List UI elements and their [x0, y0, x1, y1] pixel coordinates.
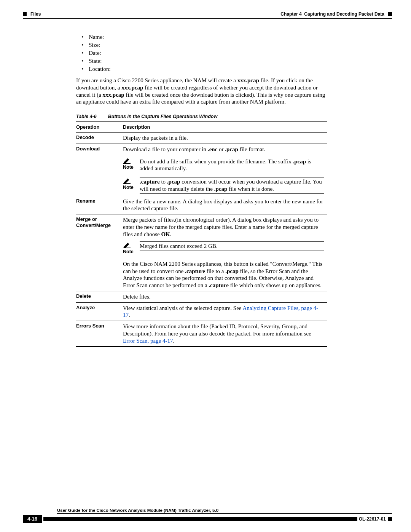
table-row: Rename Give the file a new name. A dialo… — [76, 196, 327, 214]
page-number-badge: 4-16 — [23, 515, 42, 523]
header-rule — [23, 18, 392, 19]
running-header: Files Chapter 4 Capturing and Decoding P… — [23, 11, 392, 17]
list-item: Name: — [81, 34, 327, 40]
link-error-scan[interactable]: Error Scan, page 4-17 — [123, 338, 173, 344]
header-chapter-label: Chapter 4 — [280, 11, 301, 17]
table-row: Delete Delete files. — [76, 291, 327, 302]
footer-doc-id: OL-22617-01 — [359, 516, 386, 522]
header-right-square-icon — [388, 12, 392, 16]
list-item: Location: — [81, 66, 327, 72]
pencil-icon — [123, 241, 131, 248]
col-operation: Operation — [76, 122, 123, 132]
footer-guide-title: User Guide for the Cisco Network Analysi… — [57, 508, 392, 513]
footer-bar-icon — [43, 517, 357, 521]
note-block: Note Do not add a file suffix when you p… — [123, 157, 324, 174]
operations-table: Operation Description Decode Display the… — [76, 121, 327, 347]
list-item: State: — [81, 58, 327, 64]
pencil-icon — [123, 157, 131, 164]
table-row: Decode Display the packets in a file. — [76, 132, 327, 144]
header-chapter-title: Capturing and Decoding Packet Data — [304, 11, 384, 17]
intro-paragraph: If you are using a Cisco 2200 Series app… — [76, 77, 327, 105]
pencil-icon — [123, 177, 131, 184]
table-row: Errors Scan View more information about … — [76, 321, 327, 347]
footer-square-icon — [388, 517, 392, 521]
page-footer: User Guide for the Cisco Network Analysi… — [23, 508, 392, 523]
header-left-square-icon — [23, 12, 27, 16]
note-block: Note Merged files cannot exceed 2 GB. — [123, 241, 324, 255]
list-item: Size: — [81, 42, 327, 48]
col-description: Description — [123, 122, 327, 132]
note-block: Note .capture to .pcap conversion will o… — [123, 177, 324, 194]
table-row: Download Download a file to your compute… — [76, 144, 327, 196]
table-row: Analyze View statistical analysis of the… — [76, 302, 327, 321]
list-item: Date: — [81, 50, 327, 56]
table-caption: Table 4-6Buttons in the Capture Files Op… — [76, 114, 327, 119]
field-bullet-list: Name: Size: Date: State: Location: — [81, 34, 327, 72]
table-row: Merge or Convert/Merge Merge packets of … — [76, 214, 327, 291]
header-section: Files — [30, 11, 41, 17]
